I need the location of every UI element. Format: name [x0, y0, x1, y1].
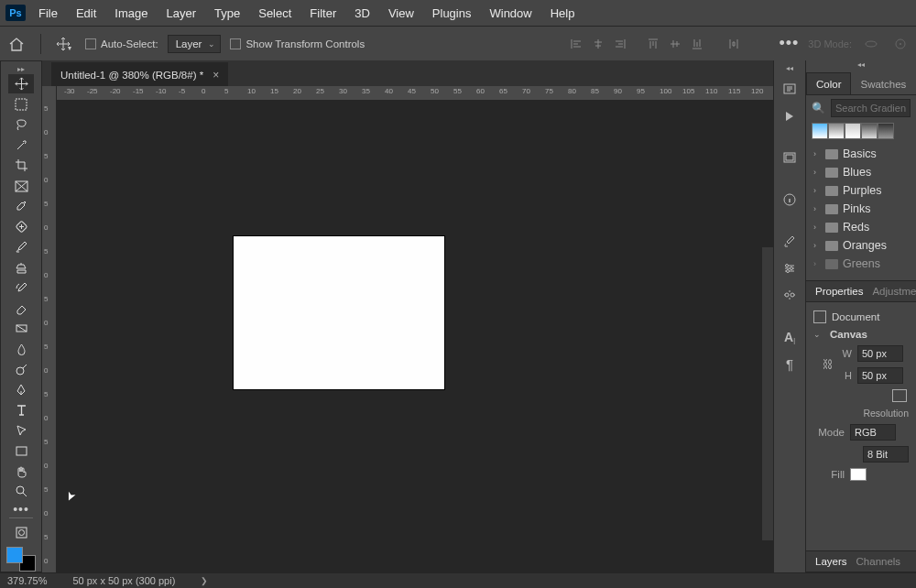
- menu-plugins[interactable]: Plugins: [423, 3, 481, 24]
- align-top-icon[interactable]: [643, 34, 663, 54]
- document-tab[interactable]: Untitled-1 @ 380% (RGB/8#) * ×: [51, 62, 228, 86]
- menu-image[interactable]: Image: [105, 3, 157, 24]
- align-hcenter-icon[interactable]: [588, 34, 608, 54]
- canvas-artboard[interactable]: [234, 236, 444, 389]
- folder-basics[interactable]: ›Basics: [808, 145, 914, 163]
- layers-tab[interactable]: Layers: [815, 556, 847, 567]
- expand-dock-icon[interactable]: ◂◂: [786, 64, 793, 73]
- align-left-icon[interactable]: [566, 34, 586, 54]
- distribute-icon[interactable]: [724, 34, 744, 54]
- hand-tool[interactable]: [8, 462, 34, 481]
- move-tool[interactable]: [8, 74, 34, 93]
- path-selection-tool[interactable]: [8, 420, 34, 440]
- rectangle-tool[interactable]: [8, 441, 34, 461]
- frame-tool[interactable]: [8, 176, 34, 195]
- character-panel-icon[interactable]: A|: [778, 326, 802, 348]
- edit-toolbar-icon[interactable]: •••: [13, 502, 29, 515]
- collapse-tools-icon[interactable]: ▸▸: [1, 65, 41, 74]
- menu-view[interactable]: View: [379, 3, 423, 24]
- channels-tab[interactable]: Channels: [856, 556, 901, 567]
- align-right-icon[interactable]: [610, 34, 630, 54]
- color-swatches[interactable]: [6, 547, 36, 572]
- menu-filter[interactable]: Filter: [300, 3, 345, 24]
- folder-greens[interactable]: ›Greens: [808, 255, 914, 273]
- menu-3d[interactable]: 3D: [345, 3, 379, 24]
- horizontal-ruler[interactable]: -30-25-20-15-10-505101520253035404550556…: [57, 86, 773, 101]
- eyedropper-tool[interactable]: [8, 197, 34, 216]
- folder-blues[interactable]: ›Blues: [808, 163, 914, 181]
- folder-oranges[interactable]: ›Oranges: [808, 236, 914, 255]
- crop-tool[interactable]: [8, 156, 34, 175]
- status-menu-icon[interactable]: ❯: [201, 576, 208, 585]
- align-bottom-icon[interactable]: [687, 34, 707, 54]
- menu-window[interactable]: Window: [480, 3, 540, 24]
- learn-panel-icon[interactable]: [778, 78, 802, 100]
- color-mode-dropdown[interactable]: [850, 424, 896, 441]
- preset-swatch[interactable]: [828, 123, 845, 139]
- pen-tool[interactable]: [8, 380, 34, 399]
- paragraph-panel-icon[interactable]: ¶: [778, 353, 802, 375]
- healing-brush-tool[interactable]: [8, 217, 34, 236]
- quick-mask-icon[interactable]: [8, 523, 34, 542]
- lasso-tool[interactable]: [8, 115, 34, 135]
- vertical-ruler[interactable]: 50505050505050505050: [42, 86, 57, 572]
- orientation-icon[interactable]: [892, 389, 907, 402]
- pan-3d-icon[interactable]: [890, 34, 911, 54]
- canvas-height-input[interactable]: [857, 367, 903, 384]
- eraser-tool[interactable]: [8, 299, 34, 318]
- magic-wand-tool[interactable]: [8, 136, 34, 155]
- canvas-width-input[interactable]: [857, 345, 903, 362]
- info-panel-icon[interactable]: [778, 189, 802, 211]
- libraries-panel-icon[interactable]: [778, 104, 802, 126]
- clone-source-panel-icon[interactable]: [778, 284, 802, 306]
- show-transform-checkbox[interactable]: Show Transform Controls: [230, 38, 365, 49]
- foreground-color[interactable]: [6, 547, 23, 563]
- type-tool[interactable]: [8, 400, 34, 419]
- adjustments-tab[interactable]: Adjustments: [872, 286, 916, 297]
- marquee-tool[interactable]: [8, 94, 34, 114]
- search-gradients-input[interactable]: [831, 99, 911, 117]
- brushes-panel-icon[interactable]: [778, 231, 802, 253]
- gradient-tool[interactable]: [8, 319, 34, 338]
- auto-select-target-dropdown[interactable]: Layer⌄: [168, 35, 222, 53]
- align-vcenter-icon[interactable]: [665, 34, 685, 54]
- blur-tool[interactable]: [8, 339, 34, 358]
- menu-type[interactable]: Type: [205, 3, 249, 24]
- fill-color-swatch[interactable]: [850, 468, 867, 481]
- menu-bar: Ps FileEditImageLayerTypeSelectFilter3DV…: [0, 0, 916, 26]
- preset-swatch[interactable]: [861, 123, 878, 139]
- bit-depth-dropdown[interactable]: [863, 446, 909, 463]
- home-icon[interactable]: [5, 33, 27, 55]
- properties-tab[interactable]: Properties: [815, 286, 863, 297]
- zoom-level[interactable]: 379.75%: [7, 575, 47, 586]
- canvas-viewport[interactable]: ➤: [57, 101, 773, 572]
- folder-purples[interactable]: ›Purples: [808, 181, 914, 200]
- menu-edit[interactable]: Edit: [67, 3, 105, 24]
- canvas-section-toggle[interactable]: ⌄ Canvas: [813, 326, 909, 343]
- clone-stamp-tool[interactable]: [8, 257, 34, 277]
- more-options-icon[interactable]: •••: [779, 34, 799, 53]
- menu-layer[interactable]: Layer: [158, 3, 206, 24]
- menu-file[interactable]: File: [29, 3, 67, 24]
- swatches-tab[interactable]: Swatches: [851, 73, 915, 94]
- brush-tool[interactable]: [8, 237, 34, 256]
- vertical-scrollbar[interactable]: [762, 247, 773, 540]
- history-brush-tool[interactable]: [8, 278, 34, 298]
- brush-settings-panel-icon[interactable]: [778, 257, 802, 279]
- dodge-tool[interactable]: [8, 360, 34, 379]
- close-tab-icon[interactable]: ×: [213, 69, 219, 82]
- link-dimensions-icon[interactable]: ⛓: [823, 358, 834, 371]
- orbit-3d-icon[interactable]: [861, 34, 881, 54]
- preset-swatch[interactable]: [845, 123, 861, 139]
- history-panel-icon[interactable]: [778, 147, 802, 169]
- menu-select[interactable]: Select: [249, 3, 300, 24]
- menu-help[interactable]: Help: [541, 3, 584, 24]
- folder-pinks[interactable]: ›Pinks: [808, 200, 914, 218]
- folder-reds[interactable]: ›Reds: [808, 218, 914, 236]
- preset-swatch[interactable]: [812, 123, 828, 139]
- color-tab[interactable]: Color: [806, 72, 851, 94]
- zoom-tool[interactable]: [8, 482, 34, 501]
- preset-swatch[interactable]: [878, 123, 894, 139]
- auto-select-checkbox[interactable]: Auto-Select:: [85, 38, 158, 49]
- collapse-right-icon[interactable]: ◂◂: [806, 60, 916, 70]
